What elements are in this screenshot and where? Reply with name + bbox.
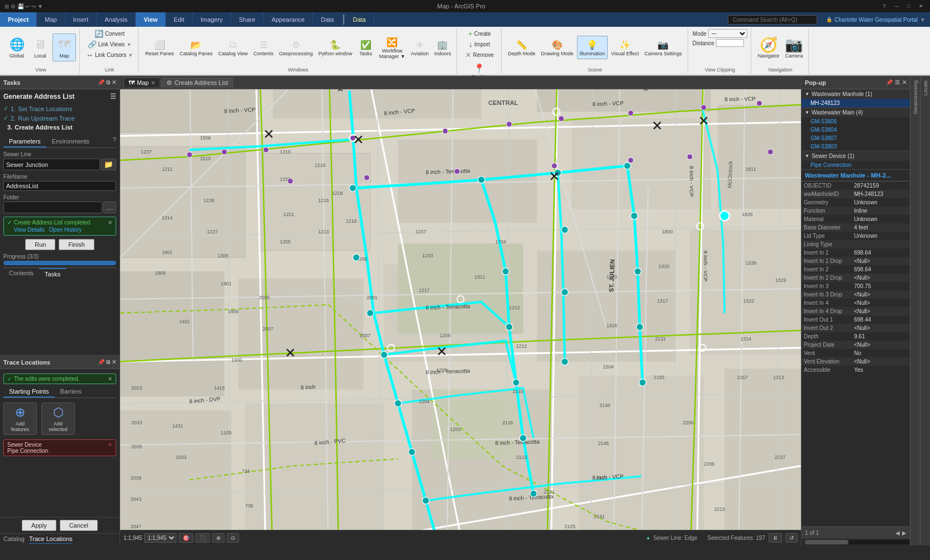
parameters-tab[interactable]: Parameters [3,136,46,147]
popup-device-item-1[interactable]: Pipe Connection [802,161,910,169]
popup-section-device-header[interactable]: ▼ Sewer Device (1) [802,151,910,161]
folder-input[interactable] [3,202,102,213]
tab-imagery[interactable]: Imagery [193,12,231,27]
popup-main-item-1[interactable]: GM-53806 [802,117,910,126]
command-search-input[interactable] [728,15,817,25]
contents-tab[interactable]: Contents [3,268,39,279]
map-button[interactable]: 🗺 Map [53,33,76,61]
tasks-close-button[interactable]: ✕ [112,79,116,86]
map-canvas[interactable]: 8 inch - VCP 8 inch - VCP 8 inch - VCP 8… [120,89,801,530]
tab-appearance[interactable]: Appearance [264,12,313,27]
import-button[interactable]: ↓ Import [468,40,492,49]
sewer-line-browse[interactable]: 📁 [101,159,116,170]
create-address-tab[interactable]: ⚙ Create Address List [161,78,233,88]
reset-panes-button[interactable]: ⬜ Reset Panes [143,36,177,59]
tab-map[interactable]: Map [37,12,65,27]
next-page-button[interactable]: ▶ [902,530,907,536]
tab-view[interactable]: View [136,12,166,27]
workflow-manager-button[interactable]: 🔀 WorkflowManager ▼ [377,33,408,61]
popup-close-button[interactable]: ✕ [902,79,907,85]
tab-share[interactable]: Share [231,12,264,27]
geoprocessing-button[interactable]: ⚙ Geoprocessing [277,36,316,59]
params-help-icon[interactable]: ? [113,136,116,147]
help-button[interactable]: ? [880,2,889,11]
python-window-button[interactable]: 🐍 Python window [316,36,355,59]
sewer-device-remove-button[interactable]: ✕ [108,442,112,448]
global-button[interactable]: 🌐 Global [6,34,28,61]
local-button[interactable]: 🖥 Local [29,34,51,61]
create-button[interactable]: + Create [466,29,493,39]
apply-button[interactable]: Apply [22,520,56,531]
success-close-button[interactable]: ✕ [108,219,112,226]
cancel-button[interactable]: Cancel [60,520,98,531]
scale-select[interactable]: 1:1,945 [144,533,177,543]
convert-button[interactable]: 🔄 Convert [93,29,126,39]
catalog-view-button[interactable]: 🗂 Catalog View [216,36,250,59]
contents-button[interactable]: ☰ Contents [251,36,276,59]
portal-label[interactable]: Charlotte Water Geospatial Portal [834,17,918,23]
distance-input[interactable] [716,39,744,47]
run-button[interactable]: Run [25,239,55,250]
popup-pin-button[interactable]: 📌 [886,79,893,85]
view-details-link[interactable]: View Details [14,227,45,233]
window-controls[interactable]: ? ─ □ ✕ [880,2,926,11]
folder-browse[interactable]: … [103,202,116,213]
popup-section-manhole-header[interactable]: ▼ Wastewater Manhole (1) [802,89,910,99]
tab-analysis[interactable]: Analysis [97,12,136,27]
minimize-button[interactable]: ─ [892,2,901,11]
map-tab-close[interactable]: ✕ [151,80,155,86]
popup-main-item-2[interactable]: GM-53804 [802,126,910,134]
depth-mode-button[interactable]: 📏 Depth Mode [506,36,538,59]
add-features-button[interactable]: ⊕ Addfeatures [3,403,37,435]
filename-input[interactable] [3,181,116,191]
trace-success-close[interactable]: ✕ [108,376,112,382]
trace-pin-button[interactable]: 📌 [98,359,104,366]
barriers-tab[interactable]: Barriers [55,386,88,398]
illumination-button[interactable]: 💡 Illumination [577,36,608,59]
refresh-button[interactable]: ↺ [785,533,798,543]
close-button[interactable]: ✕ [917,2,926,11]
navigator-button[interactable]: 🧭 Navigator [756,34,782,61]
locate-label[interactable]: Locate [923,80,928,95]
tasks-float-button[interactable]: ⧉ [106,79,110,86]
pause-button[interactable]: ⏸ [769,533,782,543]
aviation-button[interactable]: ✈ Aviation [409,36,431,59]
fixed-zoom-button[interactable]: ⊕ [212,533,225,543]
trace-float-button[interactable]: ⧉ [106,359,110,366]
tasks-menu-icon[interactable]: ☰ [110,93,116,100]
sewer-line-select[interactable]: Sewer Junction [3,159,100,170]
popup-main-item-4[interactable]: GM-53803 [802,142,910,151]
popup-menu-button[interactable]: ☰ [895,79,900,85]
remove-button[interactable]: ✕ Remove [464,50,495,60]
trace-close-button[interactable]: ✕ [112,359,116,366]
drawing-mode-button[interactable]: 🎨 Drawing Mode [539,36,576,59]
trace-locations-bottom-tab[interactable]: Trace Locations [29,535,73,544]
environments-tab[interactable]: Environments [46,136,95,147]
popup-manhole-item-1[interactable]: MH-248123 [802,99,910,107]
full-extent-button[interactable]: ⬛ [195,533,210,543]
tab-utility-data[interactable]: Data [345,12,374,27]
popup-section-main-header[interactable]: ▼ Wastewater Main (4) [802,108,910,117]
popup-scrollbar[interactable] [805,540,910,544]
catalog-bottom-tab[interactable]: Catalog [3,535,25,544]
geoprocessing-label[interactable]: Geoprocessing [913,80,918,114]
add-selected-button[interactable]: ⬡ Add selected [41,403,75,435]
indoors-button[interactable]: 🏢 Indoors [432,36,453,59]
tasks-button[interactable]: ✅ Tasks [356,36,376,59]
visual-effect-button[interactable]: ✨ Visual Effect [609,36,641,59]
tab-insert[interactable]: Insert [65,12,97,27]
prev-page-button[interactable]: ◀ [895,530,900,536]
tab-data[interactable]: Data [313,12,342,27]
camera-button[interactable]: 📷 Camera [783,34,805,61]
link-cursors-button[interactable]: ↔ Link Cursors ▼ [84,50,135,60]
maximize-button[interactable]: □ [904,2,913,11]
finish-button[interactable]: Finish [59,239,94,250]
link-views-button[interactable]: 🔗 Link Views ▼ [86,40,133,49]
camera-settings-button[interactable]: 📷 Camera Settings [642,36,684,59]
mode-select[interactable]: — [708,29,747,38]
popup-main-item-3[interactable]: GM-53807 [802,134,910,142]
open-history-link[interactable]: Open History [49,227,82,233]
starting-points-tab[interactable]: Starting Points [3,386,55,398]
tab-project[interactable]: Project [0,12,37,27]
tasks-tab[interactable]: Tasks [39,268,66,279]
